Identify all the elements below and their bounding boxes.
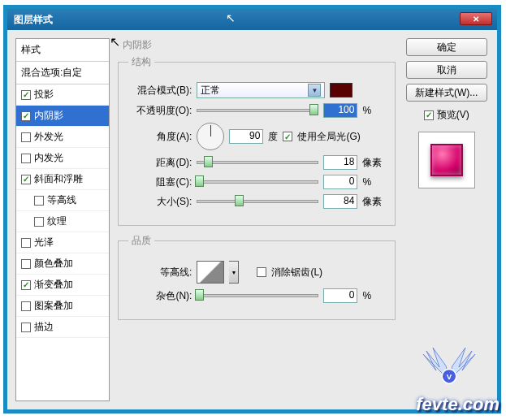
close-button[interactable]: ✕ bbox=[460, 12, 492, 25]
shadow-color-swatch[interactable] bbox=[330, 83, 352, 97]
style-checkbox[interactable] bbox=[21, 111, 31, 121]
preview-label: 预览(V) bbox=[437, 108, 469, 122]
blend-mode-row: 混合模式(B): 正常 ▼ bbox=[128, 82, 385, 98]
cancel-button[interactable]: 取消 bbox=[406, 61, 487, 79]
size-unit: 像素 bbox=[362, 195, 385, 209]
styles-header[interactable]: 样式 bbox=[16, 39, 109, 62]
chevron-down-icon: ▼ bbox=[308, 84, 321, 97]
style-label: 斜面和浮雕 bbox=[34, 172, 83, 186]
size-slider[interactable] bbox=[197, 200, 318, 203]
ok-button[interactable]: 确定 bbox=[406, 38, 487, 56]
blend-mode-select[interactable]: 正常 ▼ bbox=[197, 82, 325, 98]
choke-input[interactable]: 0 bbox=[323, 175, 357, 189]
style-checkbox[interactable] bbox=[21, 154, 31, 163]
style-label: 内发光 bbox=[34, 151, 63, 165]
global-light-checkbox[interactable] bbox=[283, 132, 292, 141]
blend-options-row[interactable]: 混合选项:自定 bbox=[16, 62, 109, 84]
style-label: 图案叠加 bbox=[34, 299, 73, 313]
contour-row: 等高线: ▼ 消除锯齿(L) bbox=[128, 261, 385, 284]
choke-slider[interactable] bbox=[197, 180, 318, 184]
size-row: 大小(S): 84 像素 bbox=[128, 194, 385, 209]
style-label: 纹理 bbox=[47, 214, 67, 228]
angle-input[interactable]: 90 bbox=[229, 129, 263, 144]
style-label: 等高线 bbox=[47, 193, 76, 207]
style-label: 投影 bbox=[34, 88, 54, 102]
style-label: 内阴影 bbox=[34, 109, 63, 123]
style-item-7[interactable]: 光泽 bbox=[16, 232, 109, 253]
structure-legend: 结构 bbox=[128, 55, 154, 69]
opacity-unit: % bbox=[362, 105, 385, 116]
preview-row: 预览(V) bbox=[424, 108, 469, 122]
section-title: 内阴影 bbox=[118, 38, 396, 52]
window-title: 图层样式 bbox=[14, 13, 53, 27]
angle-row: 角度(A): 90 度 使用全局光(G) bbox=[128, 123, 385, 150]
choke-label: 阻塞(C): bbox=[128, 175, 192, 189]
contour-dropdown-icon[interactable]: ▼ bbox=[229, 261, 239, 284]
style-checkbox[interactable] bbox=[21, 238, 31, 248]
preview-gem-icon bbox=[430, 144, 463, 176]
style-item-5[interactable]: 等高线 bbox=[16, 190, 109, 211]
preview-thumbnail bbox=[418, 132, 475, 188]
distance-row: 距离(D): 18 像素 bbox=[128, 155, 385, 170]
style-item-9[interactable]: 渐变叠加 bbox=[16, 275, 109, 296]
opacity-input[interactable]: 100 bbox=[323, 103, 357, 118]
structure-group: 结构 混合模式(B): 正常 ▼ 不透明度(O): 100 % 角度 bbox=[118, 55, 396, 226]
style-item-8[interactable]: 颜色叠加 bbox=[16, 253, 109, 275]
contour-picker[interactable] bbox=[197, 261, 224, 284]
size-label: 大小(S): bbox=[128, 195, 192, 209]
style-label: 颜色叠加 bbox=[34, 257, 73, 271]
distance-unit: 像素 bbox=[362, 156, 385, 170]
quality-group: 品质 等高线: ▼ 消除锯齿(L) 杂色(N): 0 % bbox=[118, 234, 396, 320]
style-label: 外发光 bbox=[34, 130, 63, 144]
style-item-3[interactable]: 内发光 bbox=[16, 148, 109, 169]
style-label: 光泽 bbox=[34, 236, 54, 249]
angle-label: 角度(A): bbox=[128, 130, 192, 144]
noise-unit: % bbox=[362, 290, 385, 301]
opacity-slider[interactable] bbox=[197, 109, 318, 112]
settings-panel: 内阴影 结构 混合模式(B): 正常 ▼ 不透明度(O): 100 % bbox=[118, 38, 396, 401]
preview-checkbox[interactable] bbox=[424, 110, 434, 120]
style-item-6[interactable]: 纹理 bbox=[16, 211, 109, 232]
distance-label: 距离(D): bbox=[128, 156, 192, 170]
style-item-4[interactable]: 斜面和浮雕 bbox=[16, 169, 109, 190]
distance-slider[interactable] bbox=[197, 161, 318, 164]
style-checkbox[interactable] bbox=[21, 175, 31, 184]
style-item-0[interactable]: 投影 bbox=[16, 84, 109, 106]
style-checkbox[interactable] bbox=[34, 217, 44, 227]
quality-legend: 品质 bbox=[128, 234, 154, 248]
noise-slider[interactable] bbox=[197, 294, 318, 297]
contour-label: 等高线: bbox=[128, 266, 192, 279]
noise-input[interactable]: 0 bbox=[323, 288, 357, 303]
styles-panel: 样式 混合选项:自定 投影内阴影外发光内发光斜面和浮雕等高线纹理光泽颜色叠加渐变… bbox=[15, 38, 110, 401]
new-style-button[interactable]: 新建样式(W)... bbox=[406, 84, 487, 102]
style-item-1[interactable]: 内阴影 bbox=[16, 106, 109, 127]
titlebar: 图层样式 ✕ bbox=[7, 9, 497, 30]
choke-unit: % bbox=[362, 176, 385, 188]
noise-row: 杂色(N): 0 % bbox=[128, 288, 385, 303]
size-input[interactable]: 84 bbox=[323, 194, 357, 209]
style-checkbox[interactable] bbox=[21, 280, 31, 290]
choke-row: 阻塞(C): 0 % bbox=[128, 175, 385, 189]
style-checkbox[interactable] bbox=[21, 259, 31, 269]
opacity-row: 不透明度(O): 100 % bbox=[128, 103, 385, 118]
style-checkbox[interactable] bbox=[34, 196, 44, 206]
angle-dial[interactable] bbox=[197, 123, 224, 150]
angle-unit: 度 bbox=[268, 130, 278, 144]
style-item-10[interactable]: 图案叠加 bbox=[16, 296, 109, 317]
blend-mode-label: 混合模式(B): bbox=[128, 84, 192, 97]
style-checkbox[interactable] bbox=[21, 132, 31, 142]
style-checkbox[interactable] bbox=[21, 323, 31, 332]
antialias-label: 消除锯齿(L) bbox=[271, 266, 322, 279]
style-checkbox[interactable] bbox=[21, 90, 31, 100]
blend-mode-value: 正常 bbox=[201, 84, 220, 97]
style-checkbox[interactable] bbox=[21, 301, 31, 311]
style-label: 渐变叠加 bbox=[34, 278, 73, 292]
global-light-label: 使用全局光(G) bbox=[297, 130, 360, 144]
antialias-checkbox[interactable] bbox=[257, 267, 266, 277]
distance-input[interactable]: 18 bbox=[323, 155, 357, 170]
style-item-2[interactable]: 外发光 bbox=[16, 127, 109, 148]
opacity-label: 不透明度(O): bbox=[128, 104, 192, 118]
style-item-11[interactable]: 描边 bbox=[16, 317, 109, 338]
watermark-text: fevte.com bbox=[416, 394, 500, 415]
style-label: 描边 bbox=[34, 320, 54, 334]
